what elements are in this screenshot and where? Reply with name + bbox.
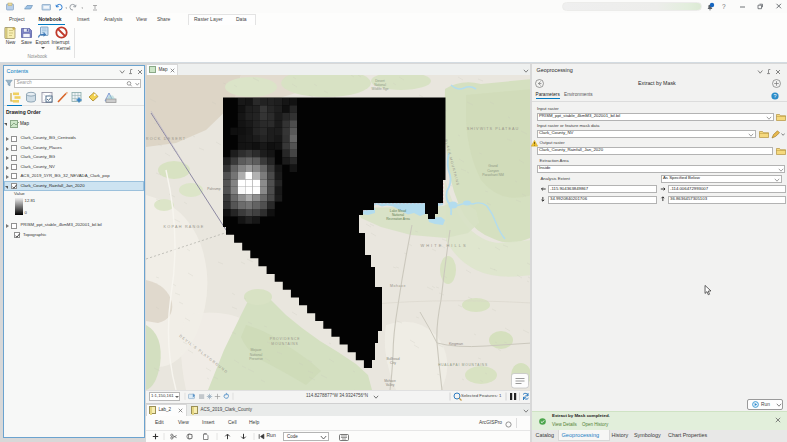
svg-text:KOPAH RANGE: KOPAH RANGE bbox=[164, 225, 205, 229]
svg-text:Parashant NM: Parashant NM bbox=[482, 173, 504, 177]
svg-text:Valley: Valley bbox=[386, 383, 395, 387]
svg-text:Mojave: Mojave bbox=[251, 348, 262, 352]
svg-text:MOUNTAINS: MOUNTAINS bbox=[271, 342, 298, 346]
svg-text:Kingman: Kingman bbox=[449, 342, 463, 346]
svg-text:Wildlife Rge: Wildlife Rge bbox=[371, 87, 388, 91]
svg-text:National: National bbox=[250, 353, 263, 357]
svg-text:Preserve: Preserve bbox=[249, 357, 263, 361]
svg-text:Mohave: Mohave bbox=[390, 284, 406, 288]
svg-text:PROVIDENCE: PROVIDENCE bbox=[270, 337, 300, 341]
svg-text:HUALAPAI MOUNTAINS: HUALAPAI MOUNTAINS bbox=[438, 363, 488, 367]
svg-text:Pahrump: Pahrump bbox=[207, 187, 221, 191]
svg-text:WHITE HILLS: WHITE HILLS bbox=[420, 243, 467, 248]
svg-text:Grand: Grand bbox=[488, 164, 498, 168]
svg-text:SHIVWITS PLATEAU: SHIVWITS PLATEAU bbox=[467, 127, 519, 131]
svg-text:City: City bbox=[390, 361, 396, 365]
svg-text:?: ? bbox=[774, 93, 777, 99]
svg-text:Recreation Area: Recreation Area bbox=[386, 217, 410, 221]
svg-text:ROCK DESERT: ROCK DESERT bbox=[146, 137, 186, 141]
svg-text:Canyon: Canyon bbox=[487, 169, 499, 173]
